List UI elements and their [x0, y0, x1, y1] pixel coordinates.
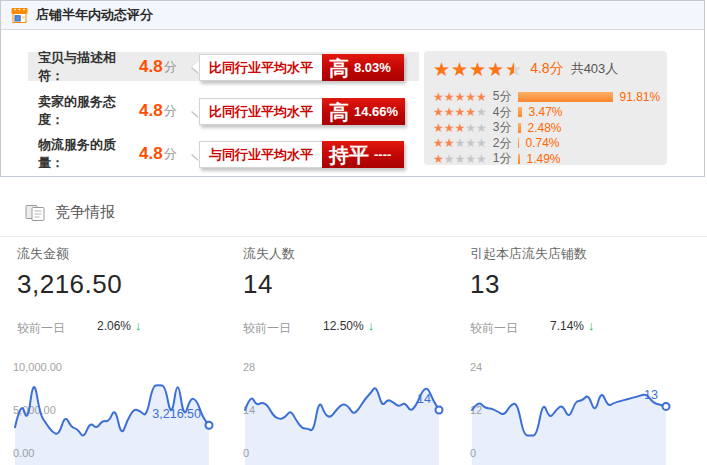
compare-text: 比同行业平均水平 [199, 98, 322, 125]
compare-delta-group: 7.14% ↓ [550, 318, 595, 333]
docs-icon [25, 204, 46, 222]
breakdown-bar [518, 138, 519, 148]
compare-label: 较前一日 [243, 321, 291, 335]
delta-value: 12.50% [323, 319, 364, 333]
metric-card-loss-amount: 流失金额 3,216.50 较前一日 2.06% ↓ [17, 245, 229, 334]
breakdown-label: 3分 [493, 119, 512, 136]
star-row-icon: ★★★★★ [433, 153, 487, 165]
breakdown-bar [518, 123, 521, 133]
star-row-icon: ★★★★★ [433, 122, 487, 134]
compare-verdict-block: 持平 ---- [322, 141, 404, 168]
compare-text: 比同行业平均水平 [199, 54, 322, 81]
section-divider [0, 236, 707, 237]
competition-header: 竞争情报 [25, 203, 115, 222]
verdict-text: 高 [329, 58, 349, 78]
rating-score: 4.8 [139, 57, 163, 77]
rating-score-unit: 分 [164, 145, 177, 163]
shop-rating-title: 店铺半年内动态评分 [36, 6, 153, 24]
breakdown-row-4: ★★★★★ 4分 3.47% [433, 105, 667, 120]
rating-row-label: 物流服务的质量： [38, 136, 139, 172]
rating-summary-panel: ★★★★★ ★★★★★ 4.8分 共403人 ★★★★★ 5分 91.81% ★… [424, 51, 667, 165]
delta-value: 7.14% [550, 319, 584, 333]
bubble-arrow-icon [192, 148, 199, 160]
metric-compare-row: 较前一日 2.06% ↓ [17, 318, 229, 334]
rating-breakdown-list: ★★★★★ 5分 91.81% ★★★★★ 4分 3.47% ★★★★★ 3分 … [433, 89, 667, 166]
bubble-arrow-icon [192, 105, 199, 117]
breakdown-row-3: ★★★★★ 3分 2.48% [433, 120, 667, 135]
breakdown-row-2: ★★★★★ 2分 0.74% [433, 136, 667, 151]
breakdown-label: 1分 [493, 150, 512, 167]
breakdown-bar [518, 154, 520, 164]
star-row-icon: ★★★★★ [433, 137, 487, 149]
breakdown-label: 2分 [493, 135, 512, 152]
breakdown-percent: 91.81% [619, 90, 660, 104]
compare-text: 与同行业平均水平 [199, 141, 322, 168]
metric-card-competitor-shops: 引起本店流失店铺数 13 较前一日 7.14% ↓ [470, 245, 682, 334]
verdict-delta: 14.66% [354, 104, 398, 119]
metric-value: 13 [470, 269, 682, 300]
rating-row-label: 卖家的服务态度： [38, 93, 139, 129]
breakdown-percent: 2.48% [527, 121, 561, 135]
rating-row-service: 卖家的服务态度： 4.8 分 [38, 97, 177, 125]
verdict-text: 高 [329, 102, 349, 122]
metric-compare-row: 较前一日 7.14% ↓ [470, 318, 682, 334]
rating-row-label: 宝贝与描述相符： [38, 49, 139, 85]
svg-text:3,216.50: 3,216.50 [152, 407, 201, 421]
lost-customers-trend-chart: 2814014 [240, 356, 444, 465]
metric-compare-row: 较前一日 12.50% ↓ [243, 318, 455, 334]
svg-text:13: 13 [644, 388, 658, 402]
star-fill: ★★★★★ [433, 60, 514, 79]
rating-score: 4.8 [139, 101, 163, 121]
rating-score: 4.8 [139, 144, 163, 164]
breakdown-percent: 0.74% [525, 136, 559, 150]
rating-score-unit: 分 [164, 102, 177, 120]
breakdown-row-1: ★★★★★ 1分 1.49% [433, 151, 667, 166]
compare-badge-logistics: 与同行业平均水平 持平 ---- [199, 141, 404, 168]
competitor-shops-trend-chart: 2412013 [467, 356, 671, 465]
trend-down-arrow-icon: ↓ [368, 318, 375, 333]
rating-row-description: 宝贝与描述相符： 4.8 分 [38, 53, 177, 81]
svg-text:14: 14 [417, 392, 431, 406]
dashboard-page: 店铺半年内动态评分 宝贝与描述相符： 4.8 分 比同行业平均水平 高 8.03… [0, 0, 707, 465]
loss-amount-trend-chart: 10,000.005,000.000.003,216.50 [10, 356, 214, 465]
compare-delta-group: 12.50% ↓ [323, 318, 374, 333]
metric-value: 14 [243, 269, 455, 300]
shop-rating-panel: 店铺半年内动态评分 宝贝与描述相符： 4.8 分 比同行业平均水平 高 8.03… [0, 0, 705, 177]
metric-label: 引起本店流失店铺数 [470, 245, 682, 263]
trend-down-arrow-icon: ↓ [588, 318, 595, 333]
shop-icon [11, 7, 28, 24]
compare-badge-description: 比同行业平均水平 高 8.03% [199, 54, 404, 81]
competition-title: 竞争情报 [55, 203, 115, 222]
metric-label: 流失金额 [17, 245, 229, 263]
average-score: 4.8分 [530, 60, 563, 78]
delta-value: 2.06% [97, 319, 131, 333]
compare-delta-group: 2.06% ↓ [97, 318, 142, 333]
metric-value: 3,216.50 [17, 269, 229, 300]
overall-star-rating-icon: ★★★★★ ★★★★★ [433, 60, 523, 79]
metric-card-lost-customers: 流失人数 14 较前一日 12.50% ↓ [243, 245, 455, 334]
breakdown-bar [518, 92, 613, 102]
verdict-text: 持平 [329, 145, 369, 165]
compare-badge-service: 比同行业平均水平 高 14.66% [199, 98, 405, 125]
rating-count: 共403人 [571, 60, 619, 78]
verdict-delta: 8.03% [354, 60, 391, 75]
overall-rating-line: ★★★★★ ★★★★★ 4.8分 共403人 [433, 57, 667, 81]
breakdown-label: 5分 [493, 88, 512, 105]
compare-label: 较前一日 [470, 321, 518, 335]
compare-verdict-block: 高 8.03% [322, 54, 404, 81]
shop-rating-header: 店铺半年内动态评分 [1, 1, 704, 30]
bubble-arrow-icon [192, 61, 199, 73]
verdict-delta: ---- [374, 147, 391, 162]
star-row-icon: ★★★★★ [433, 106, 487, 118]
star-row-icon: ★★★★★ [433, 91, 487, 103]
breakdown-label: 4分 [493, 104, 512, 121]
breakdown-row-5: ★★★★★ 5分 91.81% [433, 89, 667, 104]
breakdown-bar [518, 107, 522, 117]
metric-label: 流失人数 [243, 245, 455, 263]
compare-verdict-block: 高 14.66% [322, 98, 405, 125]
rating-row-logistics: 物流服务的质量： 4.8 分 [38, 140, 177, 168]
breakdown-percent: 3.47% [528, 105, 562, 119]
breakdown-percent: 1.49% [526, 152, 560, 166]
compare-label: 较前一日 [17, 321, 65, 335]
trend-down-arrow-icon: ↓ [135, 318, 142, 333]
